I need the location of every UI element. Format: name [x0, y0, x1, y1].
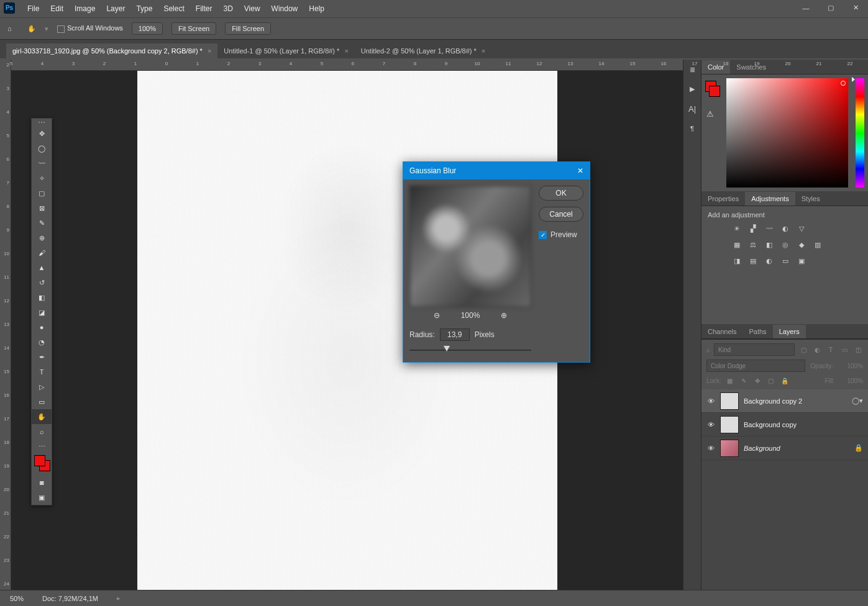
filter-adjust-icon[interactable]: ◐ [812, 345, 822, 355]
doc-tab-3[interactable]: Untitled-2 @ 50% (Layer 1, RGB/8#) *× [355, 43, 491, 58]
dialog-titlebar[interactable]: Gaussian Blur ✕ [403, 162, 590, 179]
photo-filter-icon[interactable]: ◎ [780, 240, 791, 250]
screen-mode-icon[interactable]: ▣ [32, 490, 52, 505]
lock-transparent-icon[interactable]: ▦ [725, 376, 735, 386]
ok-button[interactable]: OK [539, 186, 583, 201]
saturation-field[interactable] [726, 78, 848, 188]
maximize-button[interactable]: ▢ [818, 0, 843, 16]
menu-type[interactable]: Type [136, 4, 152, 13]
doc-tab-2[interactable]: Untitled-1 @ 50% (Layer 1, RGB/8#) *× [217, 43, 354, 58]
status-zoom[interactable]: 50% [10, 595, 24, 602]
ruler-vertical[interactable]: 23456789101112131415161718192021222324 [0, 60, 11, 590]
actions-play-icon[interactable]: ▶ [690, 85, 695, 93]
vibrance-icon[interactable]: ▽ [796, 224, 807, 233]
gradient-tool[interactable]: ◪ [32, 305, 52, 320]
doc-tab-1[interactable]: girl-3033718_1920.jpg @ 50% (Background … [6, 43, 217, 58]
layer-thumbnail[interactable] [720, 392, 739, 410]
blend-mode-select[interactable]: Color Dodge [706, 360, 805, 372]
tab-swatches[interactable]: Swatches [730, 60, 772, 74]
menu-window[interactable]: Window [272, 4, 298, 13]
layer-name[interactable]: Background copy 2 [744, 397, 847, 405]
menu-file[interactable]: File [27, 4, 39, 13]
layer-row[interactable]: 👁 Background copy 2 ◯▾ [701, 389, 868, 413]
home-icon[interactable]: ⌂ [7, 25, 19, 32]
zoom-tool[interactable]: ⌕ [32, 424, 52, 439]
gamut-warning-icon[interactable]: ⚠ [706, 109, 714, 119]
tab-layers[interactable]: Layers [773, 325, 806, 338]
lasso-tool[interactable]: 〰 [32, 156, 52, 171]
cancel-button[interactable]: Cancel [539, 207, 583, 222]
blur-preview[interactable] [409, 186, 531, 307]
color-balance-icon[interactable]: ⚖ [747, 240, 759, 250]
foreground-background-colors[interactable] [32, 454, 52, 475]
layer-name[interactable]: Background copy [744, 421, 863, 428]
close-button[interactable]: ✕ [843, 0, 868, 16]
tab-adjustments[interactable]: Adjustments [745, 192, 795, 206]
zoom-in-icon[interactable]: ⊕ [501, 311, 507, 320]
fill-value[interactable]: 100% [838, 378, 863, 384]
brush-tool[interactable]: 🖌 [32, 245, 52, 260]
close-icon[interactable]: × [208, 47, 211, 55]
layer-filter-kind[interactable]: Kind [714, 343, 795, 356]
type-tool[interactable]: T [32, 364, 52, 379]
menu-3d[interactable]: 3D [223, 4, 232, 13]
move-tool[interactable]: ✥ [32, 126, 52, 141]
character-icon[interactable]: A| [688, 104, 696, 114]
selective-color-icon[interactable]: ▣ [796, 256, 807, 266]
dialog-close-icon[interactable]: ✕ [577, 166, 583, 175]
close-icon[interactable]: × [344, 47, 348, 55]
menu-layer[interactable]: Layer [106, 4, 125, 13]
dodge-tool[interactable]: ◔ [32, 335, 52, 350]
layer-row[interactable]: 👁 Background copy [701, 413, 868, 436]
menu-help[interactable]: Help [309, 4, 324, 13]
zoom-percent[interactable]: 100% [132, 22, 163, 35]
filter-pixel-icon[interactable]: ▢ [798, 345, 808, 355]
posterize-icon[interactable]: ▤ [747, 256, 759, 266]
toolbox-grip[interactable] [32, 119, 52, 126]
path-select-tool[interactable]: ▷ [32, 379, 52, 394]
hand-tool[interactable]: ✋ [32, 409, 52, 424]
paragraph-icon[interactable]: ¶ [690, 125, 694, 132]
tab-paths[interactable]: Paths [742, 325, 772, 338]
magic-wand-tool[interactable]: ✧ [32, 171, 52, 186]
scroll-all-checkbox[interactable]: Scroll All Windows [57, 24, 123, 32]
tab-styles[interactable]: Styles [795, 192, 826, 206]
history-icon[interactable]: ≣ [690, 66, 695, 74]
visibility-icon[interactable]: 👁 [706, 444, 715, 453]
blur-tool[interactable]: ● [32, 320, 52, 335]
menu-edit[interactable]: Edit [50, 4, 63, 13]
visibility-icon[interactable]: 👁 [706, 397, 715, 405]
close-icon[interactable]: × [482, 47, 485, 55]
tab-channels[interactable]: Channels [701, 325, 742, 338]
filter-type-icon[interactable]: T [826, 345, 836, 355]
eraser-tool[interactable]: ◧ [32, 290, 52, 305]
hand-tool-icon[interactable]: ✋ [27, 25, 36, 33]
visibility-icon[interactable]: 👁 [706, 420, 715, 429]
filter-shape-icon[interactable]: ▭ [839, 345, 849, 355]
quick-mask-icon[interactable]: ◙ [32, 475, 52, 490]
search-icon[interactable]: ⌕ [706, 346, 710, 353]
brightness-icon[interactable]: ☀ [731, 224, 742, 233]
gradient-map-icon[interactable]: ▭ [780, 256, 791, 266]
layer-name[interactable]: Background [744, 445, 849, 452]
color-lookup-icon[interactable]: ▥ [812, 240, 823, 250]
history-brush-tool[interactable]: ↺ [32, 275, 52, 290]
bw-icon[interactable]: ◧ [764, 240, 775, 250]
threshold-icon[interactable]: ◐ [764, 256, 775, 266]
hue-slider[interactable] [856, 78, 864, 188]
lock-artboard-icon[interactable]: ▢ [766, 376, 776, 386]
crop-tool[interactable]: ▢ [32, 186, 52, 201]
ruler-horizontal[interactable]: 5432101234567891011121314151617181920212… [11, 60, 683, 71]
tab-properties[interactable]: Properties [701, 192, 745, 206]
lock-position-icon[interactable]: ✥ [752, 376, 762, 386]
filter-smart-icon[interactable]: ◫ [853, 345, 863, 355]
menu-filter[interactable]: Filter [196, 4, 212, 13]
levels-icon[interactable]: ▞ [747, 224, 759, 233]
layer-thumbnail[interactable] [720, 440, 739, 457]
minimize-button[interactable]: — [793, 0, 818, 16]
curves-icon[interactable]: 〰 [764, 224, 775, 233]
lock-pixels-icon[interactable]: ✎ [739, 376, 749, 386]
pen-tool[interactable]: ✒ [32, 350, 52, 364]
zoom-out-icon[interactable]: ⊖ [434, 311, 440, 320]
edit-toolbar[interactable]: ⋯ [32, 439, 52, 454]
